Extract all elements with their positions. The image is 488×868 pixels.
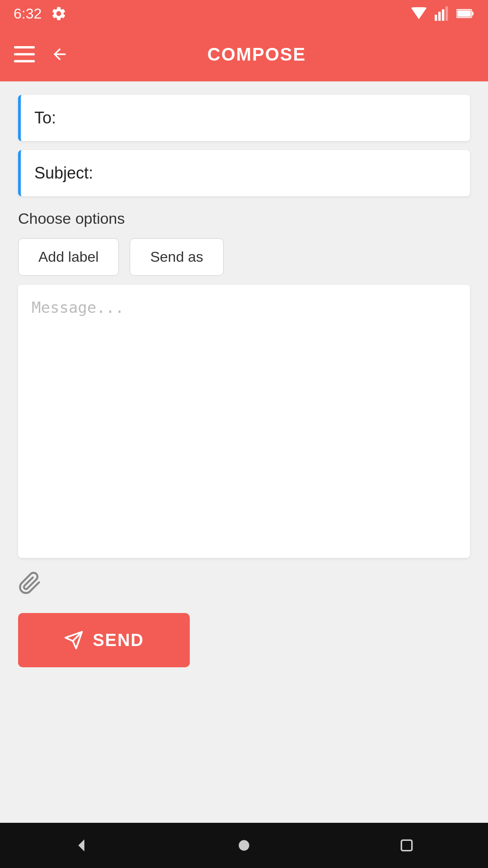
send-button[interactable]: SEND xyxy=(18,613,190,667)
menu-button[interactable] xyxy=(14,46,35,62)
send-as-button[interactable]: Send as xyxy=(130,238,223,276)
send-button-label: SEND xyxy=(93,631,144,650)
nav-recent-button[interactable] xyxy=(398,836,416,854)
nav-back-button[interactable] xyxy=(72,836,90,854)
status-bar: 6:32 xyxy=(0,0,488,27)
svg-rect-1 xyxy=(438,12,441,21)
message-input[interactable] xyxy=(32,298,456,542)
battery-icon xyxy=(456,8,474,19)
to-label: To: xyxy=(34,108,56,127)
svg-point-13 xyxy=(239,840,249,850)
page-title: COMPOSE xyxy=(84,44,429,65)
attachment-row xyxy=(18,567,470,599)
compose-form: To: Subject: Choose options Add label Se… xyxy=(0,81,488,681)
svg-rect-7 xyxy=(14,46,35,48)
svg-marker-12 xyxy=(78,840,84,852)
to-field-card: To: xyxy=(18,95,470,141)
bottom-nav xyxy=(0,823,488,868)
wifi-icon xyxy=(410,7,427,20)
svg-rect-3 xyxy=(446,6,448,21)
send-icon xyxy=(64,630,84,650)
svg-rect-6 xyxy=(457,10,471,17)
attachment-button[interactable] xyxy=(18,571,42,595)
svg-rect-2 xyxy=(442,9,444,21)
back-button[interactable] xyxy=(49,45,70,63)
svg-rect-9 xyxy=(14,60,35,62)
options-section: Choose options Add label Send as xyxy=(18,210,470,276)
options-title: Choose options xyxy=(18,210,470,227)
status-time: 6:32 xyxy=(14,5,42,22)
message-card xyxy=(18,285,470,558)
subject-label: Subject: xyxy=(34,164,93,183)
settings-icon xyxy=(51,5,67,22)
signal-icon xyxy=(435,6,449,21)
svg-rect-8 xyxy=(14,53,35,55)
add-label-button[interactable]: Add label xyxy=(18,238,119,276)
nav-home-button[interactable] xyxy=(235,836,253,854)
toolbar: COMPOSE xyxy=(0,27,488,81)
svg-rect-0 xyxy=(435,15,437,21)
subject-input[interactable] xyxy=(97,164,456,183)
subject-field-card: Subject: xyxy=(18,150,470,196)
options-buttons: Add label Send as xyxy=(18,238,470,276)
svg-rect-5 xyxy=(472,12,474,15)
to-input[interactable] xyxy=(60,108,456,127)
svg-rect-14 xyxy=(401,840,412,850)
